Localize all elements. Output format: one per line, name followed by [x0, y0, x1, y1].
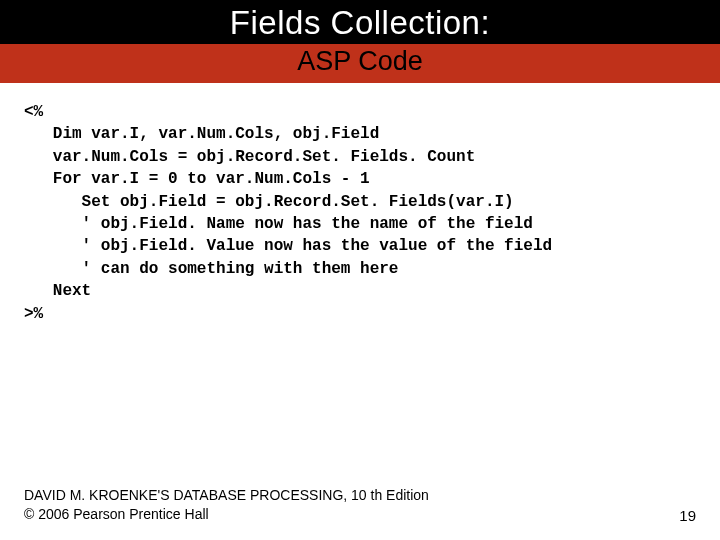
code-line: ' can do something with them here [24, 260, 398, 278]
title-band: Fields Collection: ASP Code [0, 0, 720, 83]
code-line: Set obj.Field = obj.Record.Set. Fields(v… [24, 193, 514, 211]
footer-line-2: © 2006 Pearson Prentice Hall [24, 505, 429, 524]
code-block: <% Dim var.I, var.Num.Cols, obj.Field va… [0, 83, 720, 325]
code-line: Next [24, 282, 91, 300]
title-inner: Fields Collection: [0, 0, 720, 44]
code-line: ' obj.Field. Name now has the name of th… [24, 215, 533, 233]
subtitle-wrap: ASP Code [0, 44, 720, 83]
code-line: For var.I = 0 to var.Num.Cols - 1 [24, 170, 370, 188]
code-line: var.Num.Cols = obj.Record.Set. Fields. C… [24, 148, 475, 166]
footer: DAVID M. KROENKE'S DATABASE PROCESSING, … [24, 486, 696, 524]
code-line: <% [24, 103, 43, 121]
footer-credit: DAVID M. KROENKE'S DATABASE PROCESSING, … [24, 486, 429, 524]
slide-title: Fields Collection: [0, 4, 720, 42]
page-number: 19 [679, 507, 696, 524]
code-line: Dim var.I, var.Num.Cols, obj.Field [24, 125, 379, 143]
code-line: ' obj.Field. Value now has the value of … [24, 237, 552, 255]
footer-line-1: DAVID M. KROENKE'S DATABASE PROCESSING, … [24, 486, 429, 505]
slide-subtitle: ASP Code [0, 46, 720, 77]
code-line: >% [24, 305, 43, 323]
